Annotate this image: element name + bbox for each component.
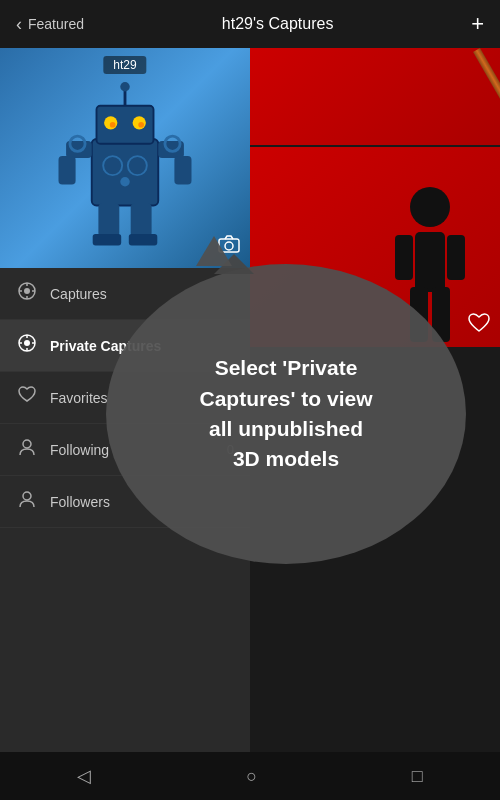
tooltip-bubble: Select 'Private Captures' to view all un…: [106, 264, 466, 564]
svg-point-30: [24, 340, 30, 346]
captures-label: Captures: [50, 286, 107, 302]
username-badge: ht29: [103, 56, 146, 74]
svg-point-4: [110, 122, 116, 128]
followers-label: Followers: [50, 494, 110, 510]
add-button[interactable]: +: [471, 11, 484, 37]
svg-rect-12: [98, 204, 119, 237]
card-image: [250, 48, 500, 145]
followers-icon: [16, 489, 38, 514]
private-captures-icon: [16, 333, 38, 358]
favorites-icon: [16, 385, 38, 410]
tooltip-text: Select 'Private Captures' to view all un…: [156, 333, 416, 495]
svg-rect-13: [131, 204, 152, 237]
user-header: ht29: [0, 48, 250, 268]
svg-rect-14: [93, 234, 122, 245]
top-navigation: ‹ Featured ht29's Captures +: [0, 0, 500, 48]
back-button[interactable]: ‹ Featured: [16, 14, 84, 35]
bottle-card[interactable]: bottle of drink by ht29 This is a bottle…: [250, 48, 500, 145]
captures-icon: [16, 281, 38, 306]
svg-point-36: [23, 492, 31, 500]
favorites-label: Favorites: [50, 390, 108, 406]
page-title: ht29's Captures: [222, 15, 334, 33]
svg-point-5: [138, 122, 144, 128]
recents-nav-button[interactable]: □: [412, 766, 423, 787]
svg-rect-48: [447, 235, 465, 280]
back-chevron-icon: ‹: [16, 14, 22, 35]
svg-point-24: [24, 288, 30, 294]
svg-rect-15: [129, 234, 158, 245]
back-label[interactable]: Featured: [28, 16, 84, 32]
home-nav-button[interactable]: ○: [246, 766, 257, 787]
svg-point-43: [410, 187, 450, 227]
svg-point-7: [120, 82, 130, 92]
following-icon: [16, 437, 38, 462]
svg-rect-47: [395, 235, 413, 280]
following-label: Following: [50, 442, 109, 458]
back-nav-button[interactable]: ◁: [77, 765, 91, 787]
svg-point-35: [23, 440, 31, 448]
svg-rect-10: [59, 156, 76, 185]
svg-rect-0: [92, 139, 159, 206]
svg-rect-11: [174, 156, 191, 185]
svg-rect-44: [415, 232, 445, 292]
second-card-heart-icon[interactable]: [468, 313, 490, 337]
bottle-object: [473, 48, 500, 145]
robot-illustration: [0, 48, 250, 268]
bottom-navigation: ◁ ○ □: [0, 752, 500, 800]
svg-point-18: [120, 177, 130, 187]
bubble-tail: [196, 236, 232, 266]
